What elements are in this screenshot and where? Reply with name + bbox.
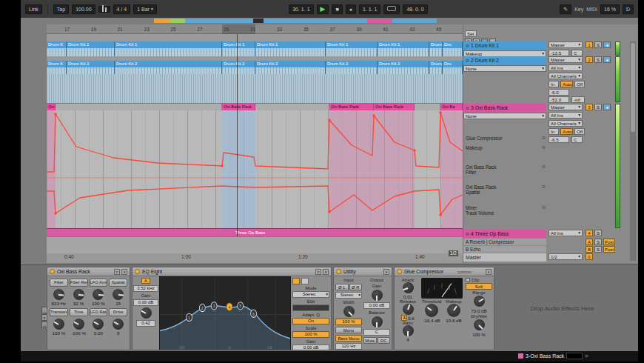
monitor-in-track2[interactable]: In — [549, 81, 559, 87]
volume-field-track2[interactable]: -6.0 — [549, 89, 569, 96]
device-activator-icon[interactable] — [50, 269, 55, 274]
output-gain-field[interactable]: 0.00 dB — [292, 344, 329, 350]
track-header-three-op-bass[interactable]: ⊙4 Three Op Bass — [463, 230, 546, 238]
loop-toggle[interactable] — [383, 4, 400, 14]
device-activator-icon[interactable] — [336, 269, 341, 274]
macro-button[interactable]: Transient — [50, 308, 68, 316]
beat-time-ruler[interactable]: 171921232527293133353739414345 — [47, 24, 463, 34]
fold-icon[interactable]: ⊙ — [466, 59, 469, 63]
macro-knob[interactable] — [53, 289, 64, 300]
track-activator-track1[interactable]: 1 — [586, 41, 593, 48]
audio-clip[interactable]: Drum Kit 1 — [67, 41, 115, 56]
midi-map-button[interactable]: MIDI — [586, 7, 597, 12]
expand-icon[interactable]: ⊙ — [542, 164, 546, 170]
return-track-a-header[interactable]: A Reverb | Compressor — [463, 239, 546, 245]
track-header-drum-kit-1[interactable]: ⊙1 Drum Kit 1 — [463, 41, 546, 50]
band-select-chip[interactable]: A — [141, 278, 150, 284]
gain-field[interactable]: 0.00 dB — [363, 302, 390, 309]
drywet-value[interactable]: 100 % — [466, 332, 492, 337]
fold-icon[interactable]: ⊙ — [466, 44, 469, 48]
audio-clip[interactable]: Drum Kit 1 — [378, 41, 429, 56]
clip-title-bar[interactable]: Dru — [443, 41, 462, 48]
audio-clip[interactable]: Drum Kit 1 — [115, 41, 222, 56]
range-value[interactable]: 70.0 dB — [466, 308, 492, 313]
track-lane-oxi-bass-rack[interactable]: Oxi BasOxi Bass RackOxi Bass RackOxi Bas… — [47, 104, 463, 228]
macro-button[interactable]: Time — [70, 308, 88, 316]
clip-title-bar[interactable]: Drum Kit 2 — [378, 61, 429, 67]
menu-icon[interactable]: ≡ — [585, 353, 588, 359]
mono-button[interactable]: Mono — [335, 327, 362, 333]
device-activator-icon[interactable] — [397, 269, 402, 274]
time-signature-field[interactable]: 4 / 4 — [113, 4, 131, 14]
device-glue-compressor[interactable]: Glue Compressor cytomic ▾ Attack 0.01 Re… — [394, 267, 494, 350]
play-button[interactable]: ▶ — [317, 4, 329, 14]
clip-title-bar[interactable]: Drum Kit 1 — [255, 41, 325, 48]
solo-button-return-a[interactable]: S — [594, 239, 602, 245]
loop-length-field[interactable]: 48. 0. 0 — [403, 4, 427, 14]
metronome-icon[interactable] — [98, 6, 110, 13]
device-title-bar[interactable]: Oxi Bass Rack ≡▾ — [47, 267, 130, 276]
clip-title-bar[interactable]: Drum Kit 2 — [222, 61, 255, 67]
quantize-menu[interactable]: 1 Bar — [133, 4, 157, 14]
macro-value[interactable]: -100 % — [70, 330, 88, 336]
solo-button-track3[interactable]: S — [594, 104, 602, 110]
mode-chooser[interactable]: Stereo — [292, 291, 329, 298]
solo-button-track4[interactable]: S — [594, 230, 602, 236]
audio-clip[interactable]: Drum Kit 2 — [67, 61, 115, 74]
solo-button-track1[interactable]: S — [594, 41, 602, 48]
balance-knob[interactable] — [372, 316, 383, 327]
arrangement-overview[interactable] — [154, 19, 437, 23]
macro-knob[interactable] — [93, 289, 104, 300]
macro-knob[interactable] — [53, 319, 64, 330]
gain-knob[interactable] — [372, 290, 383, 301]
arrangement-position-display[interactable]: 30. 1. 1 — [289, 4, 313, 14]
macro-button[interactable]: Spatial — [109, 279, 127, 287]
width-field[interactable]: 100 % — [335, 319, 362, 325]
audio-clip[interactable]: Drum Kit 1 — [222, 41, 255, 56]
makeup-value[interactable]: 10.6 dB — [443, 318, 464, 323]
automation-lane-device[interactable]: Oxi Bass Rack Filter ⊙ — [466, 164, 546, 175]
clip-title-bar[interactable]: Drum K — [47, 41, 66, 48]
arm-button-track1[interactable]: ◂ — [603, 41, 611, 48]
monitor-auto-track3[interactable]: Auto — [560, 128, 573, 135]
record-button[interactable]: ● — [346, 4, 356, 14]
macro-knob[interactable] — [113, 319, 124, 330]
expanded-waveform-area[interactable] — [47, 74, 463, 104]
macro-value[interactable]: 823 Hz — [50, 301, 68, 306]
track-header-oxi-bass-rack[interactable]: ⊙3 Oxi Bass Rack — [463, 104, 546, 112]
eq-curve[interactable]: 1 2 3 4 5 6 100 1k 10k — [160, 277, 290, 350]
expand-icon[interactable]: ⊙ — [542, 136, 546, 141]
master-track-header[interactable]: Master — [463, 253, 546, 262]
solo-button-track2[interactable]: S — [594, 56, 602, 63]
auto-release-toggle[interactable]: A — [401, 315, 407, 321]
send-a-field-track2[interactable]: -51.0 — [549, 96, 569, 103]
width-knob[interactable] — [343, 306, 355, 317]
pre-post-toggle-return-b[interactable]: Post — [603, 246, 615, 253]
output-chooser-track1[interactable]: Master — [549, 41, 583, 48]
macro-value[interactable]: 100 % — [50, 330, 68, 336]
device-chooser-track2[interactable]: None — [463, 65, 546, 72]
monitor-auto-track2[interactable]: Auto — [560, 81, 573, 87]
master-volume-field[interactable]: 0 — [586, 253, 593, 260]
hot-swap-icon[interactable]: ≡ — [114, 269, 120, 275]
threshold-value[interactable]: -16.4 dB — [421, 318, 442, 323]
attack-value[interactable]: 0.01 — [396, 294, 420, 299]
audio-clip[interactable]: Drum — [429, 41, 443, 56]
clip-title-bar[interactable]: Drum Kit 2 — [67, 61, 114, 67]
audio-clip[interactable]: Dru — [443, 41, 463, 56]
phase-left-button[interactable]: Ø L — [335, 284, 349, 290]
balance-field[interactable]: C — [363, 329, 390, 336]
macro-value[interactable]: 100 % — [90, 301, 108, 306]
arm-button-track2[interactable]: ◂ — [603, 56, 611, 63]
band-q-knob[interactable] — [141, 307, 152, 319]
input-chooser-track3[interactable]: All Ins — [549, 112, 583, 119]
macro-button[interactable]: LFO Amt — [90, 279, 108, 287]
drywet-knob[interactable] — [474, 319, 485, 330]
output-chooser-track3[interactable]: Master — [549, 104, 583, 110]
return-track-b-header[interactable]: B Echo — [463, 246, 546, 253]
audio-clip[interactable]: Drum Kit 2 — [115, 61, 222, 74]
range-knob[interactable] — [474, 296, 485, 307]
automation-lane-device[interactable]: Oxi Bass Rack Spatial ⊙ — [466, 184, 546, 195]
audio-clip[interactable]: Drum Kit 2 — [378, 61, 429, 74]
fold-icon[interactable]: ⊙ — [466, 106, 469, 110]
